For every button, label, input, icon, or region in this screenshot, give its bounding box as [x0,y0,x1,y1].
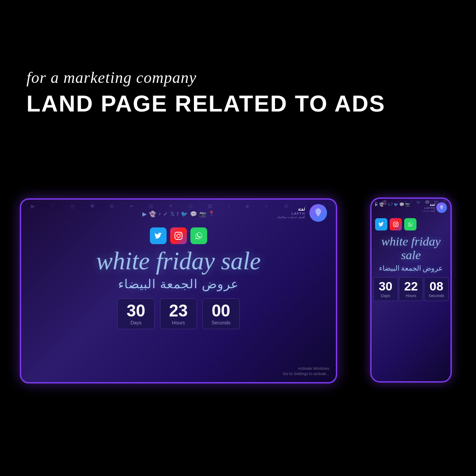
mobile-icon-small: ▶ [375,202,378,207]
countdown-hours-label: Hours [169,320,188,325]
mobile-twitter-btn[interactable] [375,218,387,231]
icon-snapchat: 👻 [149,211,156,217]
subtitle-text: for a marketing company [26,68,386,87]
countdown-days-label: Days [126,320,145,325]
mobile-countdown-hours: 22 Hours [399,277,424,301]
desktop-top-bar: ▶ 👻 ♪ ✓ 𝕏 f 🐦 💬 📷 📍 لفتة LAFTH أفضل خدما… [21,200,336,224]
svg-point-0 [317,210,320,213]
mobile-logo-icon [436,202,447,213]
mobile-mockup: ▶ 👻 ♪ ✓ 𝕏 f 🐦 💬 📷 📍 ▶ 👻 ♪ 𝕏 f 🐦 💬 📷 لفتة… [370,197,452,383]
desktop-sale-title-ar: عروض الجمعة البيضاء [21,277,336,291]
mobile-icon-small: f [391,202,393,207]
mobile-icon-small: 📷 [405,202,410,207]
mobile-icon-small: 𝕏 [387,202,390,207]
desktop-instagram-btn[interactable] [170,227,187,244]
mobile-top-bar: ▶ 👻 ♪ 𝕏 f 🐦 💬 📷 لفتة LAFTH أفضل خدمات [372,199,450,216]
desktop-sale-title-en: white friday sale [21,248,336,275]
lafth-logo-icon [309,204,327,222]
mobile-countdown: 30 Days 22 Hours 08 Seconds [372,277,450,301]
mobile-sale-title-ar: عروض الجمعة البيضاء [372,264,450,273]
countdown-seconds-label: Seconds [212,320,231,325]
icon-twitter-bg: 𝕏 [170,211,175,217]
icon-instagram-bg: 📷 [199,211,206,217]
mobile-lafth-logo: لفتة LAFTH أفضل خدمات [423,202,447,213]
desktop-twitter-btn[interactable] [150,227,167,244]
lafth-logo-desktop: لفتة LAFTH أفضل خدمات متكاملة [277,204,327,222]
mobile-icon-small: 👻 [379,202,384,207]
mobile-countdown-hours-label: Hours [403,294,420,298]
mobile-icon-small: ♪ [385,202,387,207]
desktop-social-buttons [21,227,336,244]
activate-windows-watermark: Activate Windows Go to Settings to activ… [283,366,329,377]
icon-vimeo: ✓ [163,211,168,217]
desktop-whatsapp-btn[interactable] [190,227,207,244]
icon-twitter2-bg: 🐦 [181,211,188,217]
mobile-icon-small: 💬 [399,202,404,207]
icon-pin-bg: 📍 [208,211,215,217]
mobile-countdown-days-number: 30 [377,280,394,293]
mobile-countdown-seconds-label: Seconds [428,294,445,298]
mobile-social-buttons [372,216,450,232]
countdown-hours-number: 23 [169,302,188,319]
mobile-instagram-btn[interactable] [390,218,402,231]
icon-facebook-bg: f [177,211,178,217]
desktop-mockup: ▶ ♡ ◎ ✱ ⊕ ❧ ⊞ ✦ ⊙ ✿ ♪ ◈ ✧ ⊛ ⋆ ◇ ▶ 👻 ♪ ✓ … [20,198,337,383]
mobile-icon-small: 🐦 [394,202,398,207]
svg-point-1 [441,206,443,208]
mobile-whatsapp-btn[interactable] [404,218,416,231]
countdown-days: 30 Days [117,298,154,329]
icon-tiktok: ♪ [158,211,161,217]
mobile-countdown-seconds-number: 08 [428,280,445,293]
icon-youtube: ▶ [142,211,147,217]
countdown-seconds-number: 00 [212,302,231,319]
countdown-days-number: 30 [126,302,145,319]
desktop-countdown: 30 Days 23 Hours 00 Seconds [21,298,336,329]
watermark-line1: Activate Windows [283,366,329,372]
header-area: for a marketing company LAND PAGE RELATE… [26,68,386,117]
main-title: LAND PAGE RELATED TO ADS [26,90,386,117]
mobile-sale-title-en: white friday sale [372,235,450,262]
mobile-countdown-hours-number: 22 [403,280,420,293]
countdown-seconds: 00 Seconds [202,298,240,329]
mobile-countdown-days: 30 Days [373,277,398,301]
mobile-countdown-days-label: Days [377,294,394,298]
mobile-countdown-seconds: 08 Seconds [424,277,449,301]
icon-whatsapp-bg: 💬 [190,211,197,217]
countdown-hours: 23 Hours [160,298,197,329]
watermark-line2: Go to Settings to activati... [283,371,329,377]
